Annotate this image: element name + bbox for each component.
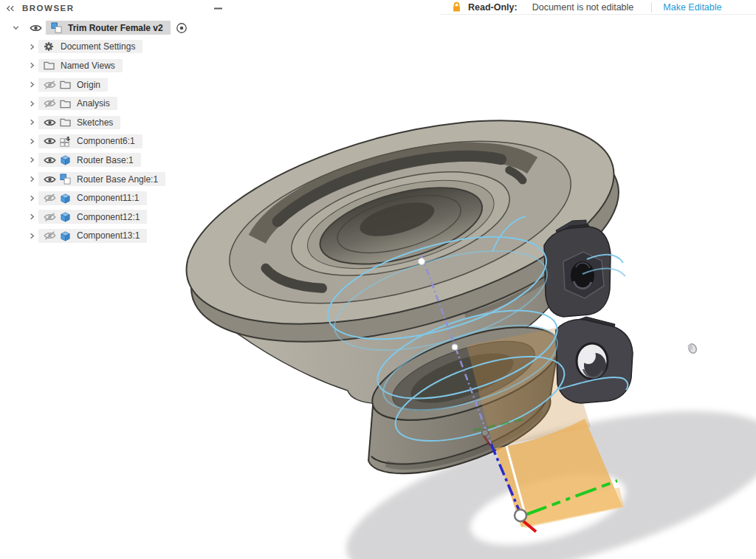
tree-item-label: Document Settings	[61, 41, 135, 52]
tree-item[interactable]: Trim Router Female v2	[46, 21, 171, 35]
chevron-right-icon[interactable]	[27, 176, 37, 182]
body-icon	[58, 193, 72, 204]
activate-component-icon[interactable]	[176, 22, 188, 34]
assembly-icon	[58, 174, 72, 185]
tree-item[interactable]: Router Base Angle:1	[38, 172, 165, 186]
visibility-icon[interactable]	[41, 175, 58, 184]
tree-row[interactable]: Trim Router Female v2	[0, 18, 232, 38]
readonly-title: Read-Only:	[468, 2, 518, 13]
chevron-right-icon[interactable]	[27, 233, 37, 239]
visibility-icon[interactable]	[41, 156, 58, 165]
assembly-icon	[49, 22, 63, 33]
readonly-banner: Read-Only: Document is not editable Make…	[440, 0, 756, 15]
chevron-down-icon[interactable]	[10, 24, 21, 31]
banner-divider	[651, 2, 652, 13]
tree-row[interactable]: Router Base Angle:1	[0, 170, 232, 189]
tree-item-label: Component13:1	[77, 230, 140, 241]
tree-row[interactable]: Component12:1	[0, 208, 232, 227]
origin-marker[interactable]	[515, 510, 526, 521]
tree-row[interactable]: Component11:1	[0, 188, 232, 208]
tree-row[interactable]: Analysis	[0, 94, 232, 113]
chevron-right-icon[interactable]	[27, 100, 37, 107]
clamp-lug-hole[interactable]	[556, 317, 633, 403]
folder-icon	[58, 99, 72, 109]
sketch-point[interactable]	[452, 344, 458, 350]
chevron-right-icon[interactable]	[27, 157, 37, 163]
tree-item[interactable]: Sketches	[38, 116, 120, 129]
tree-row[interactable]: Named Views	[0, 56, 232, 75]
sketch-point[interactable]	[419, 258, 425, 265]
folder-icon	[58, 80, 72, 89]
tree-item[interactable]: Component11:1	[38, 191, 147, 205]
visibility-icon[interactable]	[27, 24, 44, 32]
tree-item-label: Origin	[77, 80, 100, 90]
lock-icon	[452, 1, 461, 13]
tree-row[interactable]: Router Base:1	[0, 151, 232, 170]
minimize-panel-icon[interactable]	[214, 7, 223, 10]
panel-title: BROWSER	[22, 4, 75, 13]
folder-icon	[58, 117, 72, 127]
tree-item[interactable]: Component13:1	[38, 229, 147, 243]
visibility-off-icon[interactable]	[41, 80, 58, 89]
tree-item-label: Named Views	[61, 61, 115, 71]
chevron-right-icon[interactable]	[27, 62, 37, 69]
body-icon	[58, 230, 72, 241]
tree-item-label: Router Base Angle:1	[77, 174, 158, 185]
tree-row[interactable]: Origin	[0, 75, 232, 95]
chevron-right-icon[interactable]	[27, 138, 37, 145]
chevron-right-icon[interactable]	[27, 195, 37, 202]
chevron-right-icon[interactable]	[27, 81, 37, 88]
joint-origin-point[interactable]	[482, 430, 489, 436]
tree-item-label: Component11:1	[77, 193, 140, 203]
tree-row[interactable]: Component6:1	[0, 132, 232, 151]
browser-panel-header: BROWSER	[0, 0, 232, 16]
visibility-icon[interactable]	[41, 118, 58, 127]
gear-icon	[41, 41, 56, 52]
readonly-message: Document is not editable	[532, 2, 634, 13]
tree-row[interactable]: Document Settings	[0, 38, 232, 57]
tree-item-label: Analysis	[77, 98, 110, 109]
tree-item[interactable]: Origin	[38, 78, 108, 92]
tree-row[interactable]: Component13:1	[0, 227, 232, 246]
visibility-off-icon[interactable]	[41, 231, 58, 240]
tree-item-label: Sketches	[77, 117, 113, 128]
chevron-right-icon[interactable]	[27, 213, 37, 220]
chevron-right-icon[interactable]	[27, 44, 37, 50]
tree-item-label: Component12:1	[77, 212, 140, 222]
screw-part[interactable]	[687, 343, 698, 354]
collapse-panel-icon[interactable]	[6, 5, 15, 12]
tree-item[interactable]: Component6:1	[38, 134, 142, 148]
tree-item[interactable]: Document Settings	[38, 40, 142, 53]
folder-icon	[41, 61, 56, 70]
tree-item[interactable]: Router Base:1	[38, 153, 141, 167]
tree-item[interactable]: Named Views	[38, 59, 123, 72]
browser-tree: Trim Router Female v2Document SettingsNa…	[0, 18, 232, 245]
tree-item-label: Router Base:1	[77, 155, 134, 165]
chevron-right-icon[interactable]	[27, 119, 37, 126]
make-editable-link[interactable]: Make Editable	[663, 2, 721, 13]
tree-item-label: Component6:1	[77, 136, 135, 146]
tree-item[interactable]: Analysis	[38, 97, 117, 110]
body-icon	[58, 154, 72, 165]
body-icon	[58, 211, 72, 222]
browser-panel: BROWSER Trim Router Female v2Document Se…	[0, 0, 232, 245]
visibility-off-icon[interactable]	[41, 99, 58, 108]
visibility-off-icon[interactable]	[41, 213, 58, 222]
tree-item-label: Trim Router Female v2	[68, 23, 163, 33]
visibility-off-icon[interactable]	[41, 193, 58, 202]
tree-item[interactable]: Component12:1	[38, 210, 147, 224]
visibility-icon[interactable]	[41, 137, 58, 145]
tree-row[interactable]: Sketches	[0, 113, 232, 132]
component-grounded-icon	[58, 136, 72, 147]
application-window: Read-Only: Document is not editable Make…	[0, 0, 756, 559]
